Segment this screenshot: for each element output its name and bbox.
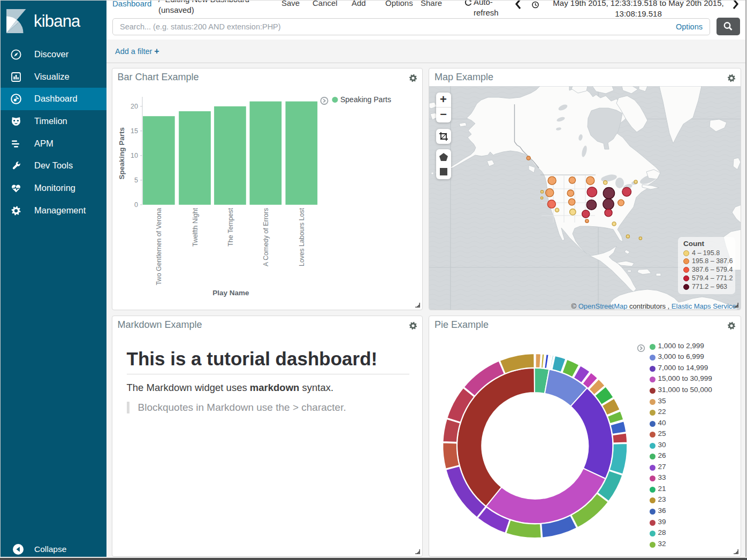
svg-text:20: 20 [131,103,138,110]
svg-text:5: 5 [134,177,138,184]
svg-text:Twelfth Night: Twelfth Night [191,208,199,247]
svg-text:10: 10 [131,152,138,159]
svg-text:Play Name: Play Name [212,289,249,297]
svg-text:Speaking Parts: Speaking Parts [118,127,126,180]
svg-text:A Comedy of Errors: A Comedy of Errors [262,208,269,266]
svg-text:15: 15 [131,127,138,135]
svg-text:0: 0 [134,201,138,209]
svg-text:The Tempest: The Tempest [226,208,234,247]
svg-text:Loves Labours Lost: Loves Labours Lost [298,208,305,266]
svg-text:Speaking Parts: Speaking Parts [340,95,391,104]
svg-text:Two Gentlemen of Verona: Two Gentlemen of Verona [155,208,163,286]
